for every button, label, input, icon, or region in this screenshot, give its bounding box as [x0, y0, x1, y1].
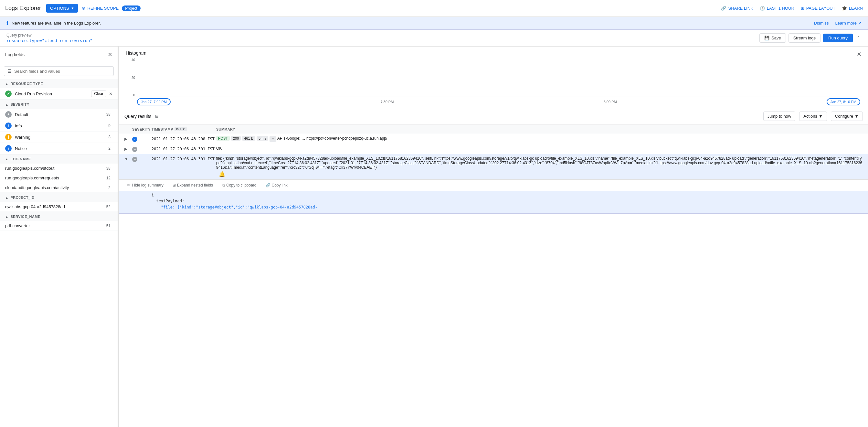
log-name-section: ▲ LOG NAME run.googleapis.com/stdout 38 …: [0, 154, 118, 193]
field-item-notice[interactable]: i Notice 2: [0, 143, 118, 154]
query-label: Query preview: [6, 33, 760, 37]
feature-banner: ℹ New features are available in the Logs…: [0, 17, 868, 30]
refine-scope-icon: ⊙: [82, 6, 85, 11]
row-summary-expanded: file: {"kind":"storage#object","id":"qwi…: [216, 156, 863, 177]
project-badge: Project: [122, 5, 140, 11]
share-link-icon: 🔗: [721, 6, 726, 11]
query-actions: 💾 Save Stream logs Run query ⌃: [760, 33, 862, 43]
default-severity-icon: ★: [132, 147, 137, 152]
severity-default-icon: ★: [5, 111, 12, 118]
field-item-cloud-run[interactable]: ✓ Cloud Run Revision Clear ✕: [0, 88, 118, 99]
row-expand-icon[interactable]: ▶: [124, 146, 132, 151]
banner-text: New features are available in the Logs E…: [12, 21, 814, 26]
jump-to-now-button[interactable]: Jump to now: [763, 112, 796, 121]
summary-text: file: {"kind":"storage#object","id":"qwi…: [216, 156, 863, 170]
row-summary: OK: [216, 146, 863, 151]
expanded-json-content: { textPayload: "file: {"kind":"storage#o…: [119, 191, 868, 213]
field-item-pdf-converter[interactable]: pdf-converter 51: [0, 221, 118, 231]
log-actions-bar: 👁 Hide log summary ⊞ Expand nested field…: [119, 179, 868, 191]
time-end-label: 8:00 PM: [603, 100, 617, 104]
chevron-up-icon: ▲: [5, 196, 8, 200]
log-name-header[interactable]: ▲ LOG NAME: [0, 154, 118, 163]
time-end-bubble[interactable]: Jan 27, 8:10 PM: [827, 98, 860, 105]
info-severity-icon: i: [132, 137, 137, 142]
top-header: Logs Explorer OPTIONS ▼ ⊙ REFINE SCOPE P…: [0, 0, 868, 17]
panel-header: Log fields ✕: [0, 47, 118, 63]
actions-button[interactable]: Actions ▼: [799, 112, 827, 121]
copy-to-clipboard-button[interactable]: ⧉ Copy to clipboard: [219, 182, 259, 189]
log-row[interactable]: ▶ i 2021-01-27 20:06:43.208 IST POST 200…: [119, 134, 868, 144]
search-input[interactable]: [14, 69, 110, 74]
query-code[interactable]: resource.type="cloud_run_revision": [6, 38, 760, 43]
close-histogram-button[interactable]: ✕: [857, 51, 862, 58]
resource-type-section: ▲ RESOURCE TYPE ✓ Cloud Run Revision Cle…: [0, 79, 118, 100]
expand-nested-fields-button[interactable]: ⊞ Expand nested fields: [170, 182, 216, 189]
field-item-default[interactable]: ★ Default 38: [0, 109, 118, 120]
options-arrow-icon: ▼: [71, 6, 74, 10]
left-panel: Log fields ✕ ☰ ▲ RESOURCE TYPE ✓ Cloud R…: [0, 47, 118, 427]
lines-tag: ≡: [270, 136, 276, 142]
refine-scope-button[interactable]: ⊙ REFINE SCOPE Project: [82, 5, 140, 11]
field-item-requests[interactable]: run.googleapis.com/requests 12: [0, 173, 118, 183]
query-preview-bar: Query preview resource.type="cloud_run_r…: [0, 30, 868, 47]
chevron-up-icon: ▲: [5, 215, 8, 218]
results-title: Query results: [124, 114, 151, 119]
table-header: SEVERITY TIMESTAMP IST ▼ SUMMARY: [119, 124, 868, 134]
histogram-chart: 40 20 0: [126, 58, 862, 97]
expand-results-button[interactable]: ⊞: [155, 114, 159, 119]
configure-button[interactable]: Configure ▼: [831, 112, 863, 121]
link-icon: 🔗: [266, 183, 271, 187]
clear-button[interactable]: Clear: [91, 91, 106, 97]
field-item-project[interactable]: qwiklabs-gcp-04-a2d9457828ad 52: [0, 202, 118, 212]
share-link-button[interactable]: 🔗 SHARE LINK: [721, 6, 753, 11]
last-hour-button[interactable]: 🕐 LAST 1 HOUR: [760, 6, 794, 11]
timezone-badge[interactable]: IST ▼: [175, 127, 187, 131]
histogram-title: Histogram: [126, 51, 146, 56]
learn-icon: 🎓: [842, 6, 847, 11]
field-item-info[interactable]: i Info 9: [0, 120, 118, 131]
expanded-log-content: 👁 Hide log summary ⊞ Expand nested field…: [119, 179, 868, 214]
log-row-expanded[interactable]: ▼ ★ 2021-01-27 20:06:43.301 IST file: {"…: [119, 154, 868, 179]
row-expand-icon[interactable]: ▶: [124, 136, 132, 141]
options-button[interactable]: OPTIONS ▼: [46, 4, 78, 12]
severity-icon-check: ✓: [5, 91, 12, 97]
severity-header[interactable]: ▲ SEVERITY: [0, 100, 118, 109]
app-title: Logs Explorer: [5, 5, 41, 12]
copy-link-button[interactable]: 🔗 Copy link: [263, 182, 290, 189]
field-item-stdout[interactable]: run.googleapis.com/stdout 38: [0, 163, 118, 173]
chevron-up-icon: ▲: [5, 103, 8, 106]
field-item-activity[interactable]: cloudaudit.googleapis.com/activity 2: [0, 183, 118, 193]
row-collapse-icon[interactable]: ▼: [124, 156, 132, 161]
collapse-button[interactable]: ⌃: [856, 34, 862, 42]
stream-logs-button[interactable]: Stream logs: [788, 33, 820, 43]
chevron-up-icon: ▲: [5, 82, 8, 86]
main-layout: Log fields ✕ ☰ ▲ RESOURCE TYPE ✓ Cloud R…: [0, 47, 868, 427]
configure-chevron-icon: ▼: [855, 114, 859, 119]
severity-info-icon: i: [5, 123, 12, 129]
col-summary-header: SUMMARY: [216, 127, 863, 131]
service-name-header[interactable]: ▲ SERVICE_NAME: [0, 212, 118, 221]
clear-x-icon[interactable]: ✕: [109, 91, 113, 96]
severity-section: ▲ SEVERITY ★ Default 38 i Info 9 ! Warni…: [0, 100, 118, 154]
dismiss-button[interactable]: Dismiss: [814, 21, 829, 26]
header-actions: 🔗 SHARE LINK 🕐 LAST 1 HOUR ⊞ PAGE LAYOUT…: [721, 6, 863, 11]
run-query-button[interactable]: Run query: [823, 34, 853, 42]
eye-icon: 👁: [127, 183, 131, 187]
save-button[interactable]: 💾 Save: [760, 33, 786, 43]
service-name-section: ▲ SERVICE_NAME pdf-converter 51: [0, 212, 118, 231]
chart-area: [137, 97, 862, 97]
resource-type-header[interactable]: ▲ RESOURCE TYPE: [0, 79, 118, 88]
learn-more-button[interactable]: Learn more ↗: [835, 21, 862, 26]
row-severity-default: ★: [132, 146, 152, 152]
page-layout-button[interactable]: ⊞ PAGE LAYOUT: [801, 6, 835, 11]
project-id-header[interactable]: ▲ PROJECT_ID: [0, 193, 118, 202]
learn-button[interactable]: 🎓 LEARN: [842, 6, 863, 11]
time-start-bubble[interactable]: Jan 27, 7:09 PM: [137, 98, 170, 105]
close-panel-button[interactable]: ✕: [107, 51, 113, 58]
field-item-warning[interactable]: ! Warning 3: [0, 131, 118, 143]
log-row[interactable]: ▶ ★ 2021-01-27 20:06:43.301 IST OK: [119, 144, 868, 154]
latency-tag: 5 ms: [256, 136, 268, 141]
row-summary: POST 200 461 B 5 ms ≡ APIs-Google; … htt…: [216, 136, 863, 142]
right-panel: Histogram ✕ 40 20 0 Jan 27, 7:09 PM 7:: [119, 47, 868, 427]
hide-log-summary-button[interactable]: 👁 Hide log summary: [124, 182, 166, 189]
